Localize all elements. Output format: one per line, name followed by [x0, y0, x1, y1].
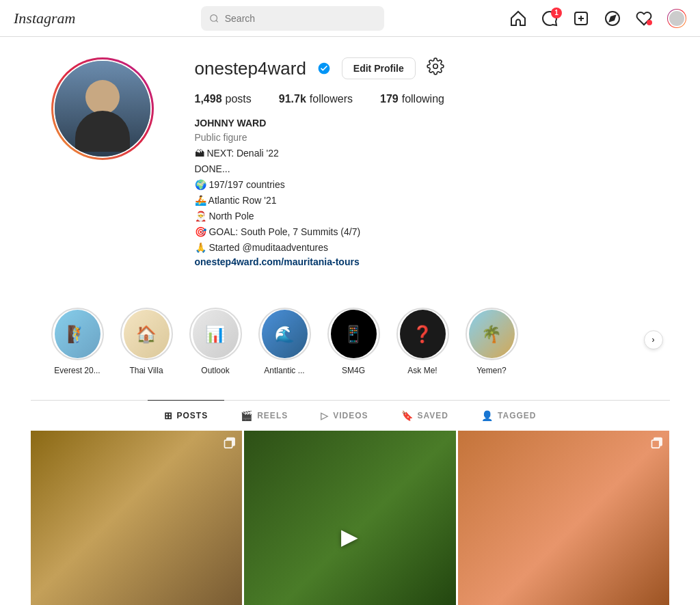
avatar-photo[interactable] — [55, 61, 150, 157]
highlight-img-inner: 🧗 — [55, 310, 100, 358]
search-input[interactable] — [225, 13, 376, 24]
tab-icon-tagged: 👤 — [481, 410, 494, 421]
svg-point-7 — [433, 64, 438, 69]
explore-icon — [604, 10, 621, 27]
multi-post-icon — [223, 436, 237, 450]
play-icon: ▶ — [341, 524, 358, 550]
highlight-label: Thai Villa — [129, 366, 163, 375]
svg-point-0 — [211, 14, 217, 21]
tab-tagged[interactable]: 👤 TAGGED — [465, 400, 552, 431]
stats-row: 1,498 posts 91.7k followers 179 followin… — [195, 93, 670, 105]
tab-posts[interactable]: ⊞ POSTS — [148, 400, 225, 431]
highlight-img: ❓ — [400, 310, 446, 358]
profile-section: onestep4ward Edit Profile 1,498 posts — [31, 37, 670, 283]
highlight-ring: ❓ — [396, 308, 449, 360]
multi-icon-overlay — [223, 436, 237, 452]
grid-section: ▶ — [31, 431, 670, 605]
profile-username: onestep4ward — [195, 58, 306, 79]
tab-label-tagged: TAGGED — [498, 411, 536, 420]
highlight-img-inner: 🌊 — [262, 310, 308, 358]
bio-link[interactable]: onestep4ward.com/mauritania-tours — [195, 256, 360, 267]
logo: Instagram — [14, 10, 75, 27]
multi-icon-overlay — [650, 436, 664, 452]
highlight-label: Ask Me! — [407, 366, 437, 375]
highlight-label: Everest 20... — [54, 366, 100, 375]
highlight-item[interactable]: 📊 Outlook — [189, 308, 242, 375]
highlights-next-btn[interactable]: › — [644, 330, 663, 349]
grid-item[interactable] — [31, 431, 243, 605]
avatar-inner — [53, 59, 152, 158]
profile-name-row: onestep4ward Edit Profile — [195, 57, 670, 79]
highlight-img: 🌴 — [469, 310, 515, 358]
highlight-img-inner: 🏠 — [124, 310, 170, 358]
highlight-item[interactable]: 🌊 Antlantic ... — [258, 308, 311, 375]
highlights-row: 🧗 Everest 20... 🏠 Thai Villa 📊 Outlook 🌊… — [31, 297, 670, 386]
tab-label-saved: SAVED — [418, 411, 448, 420]
highlight-item[interactable]: ❓ Ask Me! — [396, 308, 449, 375]
grid-item[interactable] — [458, 431, 670, 605]
highlight-img: 🧗 — [55, 310, 100, 358]
avatar-photo-sim — [55, 61, 150, 157]
highlight-img-inner: ❓ — [400, 310, 446, 358]
messages-icon-btn[interactable]: 1 — [541, 10, 558, 27]
highlight-img: 📊 — [193, 310, 239, 358]
tab-icon-saved: 🔖 — [401, 410, 414, 421]
highlight-label: Outlook — [201, 366, 229, 375]
tab-label-posts: POSTS — [177, 411, 208, 420]
highlight-item[interactable]: 📱 SM4G — [327, 308, 380, 375]
highlight-item[interactable]: 🧗 Everest 20... — [51, 308, 104, 375]
followers-stat[interactable]: 91.7k followers — [279, 93, 353, 105]
grid-item[interactable]: ▶ — [244, 431, 456, 605]
highlights-section: 🧗 Everest 20... 🏠 Thai Villa 📊 Outlook 🌊… — [31, 283, 670, 400]
header: Instagram 1 — [0, 0, 700, 37]
profile-avatar-btn[interactable] — [667, 9, 686, 28]
bio-line-3: 🌍 197/197 countries — [195, 178, 670, 192]
messages-badge: 1 — [551, 8, 562, 18]
settings-icon-btn[interactable] — [427, 57, 444, 79]
tab-label-reels: REELS — [257, 411, 288, 420]
highlight-ring: 🧗 — [51, 308, 104, 360]
explore-icon-btn[interactable] — [604, 10, 621, 27]
posts-count: 1,498 — [195, 93, 222, 105]
home-icon — [510, 10, 526, 27]
highlight-item[interactable]: 🏠 Thai Villa — [120, 308, 173, 375]
create-icon-btn[interactable] — [573, 10, 589, 27]
bio-line-4: 🚣 Atlantic Row '21 — [195, 193, 670, 208]
following-stat[interactable]: 179 following — [380, 93, 444, 105]
highlight-item[interactable]: 🌴 Yemen? — [466, 308, 518, 375]
avatar-small-photo — [668, 10, 686, 27]
bio-line-1: 🏔 NEXT: Denali '22 — [195, 146, 670, 161]
search-bar[interactable] — [201, 6, 384, 31]
tab-reels[interactable]: 🎬 REELS — [224, 400, 304, 431]
highlight-ring: 🏠 — [120, 308, 173, 360]
header-icons: 1 — [510, 9, 686, 28]
highlight-label: Antlantic ... — [264, 366, 304, 375]
edit-profile-button[interactable]: Edit Profile — [342, 57, 416, 79]
svg-line-1 — [216, 20, 218, 22]
highlight-ring: 🌊 — [258, 308, 311, 360]
tab-saved[interactable]: 🔖 SAVED — [385, 400, 465, 431]
multi-post-icon — [650, 436, 664, 450]
profile-info: onestep4ward Edit Profile 1,498 posts — [195, 57, 670, 269]
likes-icon-btn[interactable] — [636, 10, 652, 27]
svg-marker-6 — [610, 15, 615, 21]
following-count: 179 — [380, 93, 399, 105]
highlight-ring: 📱 — [327, 308, 380, 360]
followers-label: followers — [310, 93, 353, 105]
avatar-ring — [51, 57, 154, 160]
bio-name: JOHNNY WARD — [195, 116, 670, 131]
highlight-label: Yemen? — [476, 366, 507, 375]
highlight-img: 🏠 — [124, 310, 170, 358]
home-icon-btn[interactable] — [510, 10, 526, 27]
bio-line-7: 🙏 Started @muditaadventures — [195, 241, 670, 255]
search-icon — [209, 13, 219, 24]
tab-icon-posts: ⊞ — [164, 410, 173, 421]
bio-line-5: 🎅 North Pole — [195, 209, 670, 224]
verified-icon — [317, 62, 331, 75]
tab-videos[interactable]: ▷ VIDEOS — [304, 400, 384, 431]
highlight-ring: 📊 — [189, 308, 242, 360]
bio-line-2: DONE... — [195, 162, 670, 176]
bio-role: Public figure — [195, 131, 670, 145]
posts-stat[interactable]: 1,498 posts — [195, 93, 252, 105]
bio: JOHNNY WARD Public figure 🏔 NEXT: Denali… — [195, 116, 670, 269]
